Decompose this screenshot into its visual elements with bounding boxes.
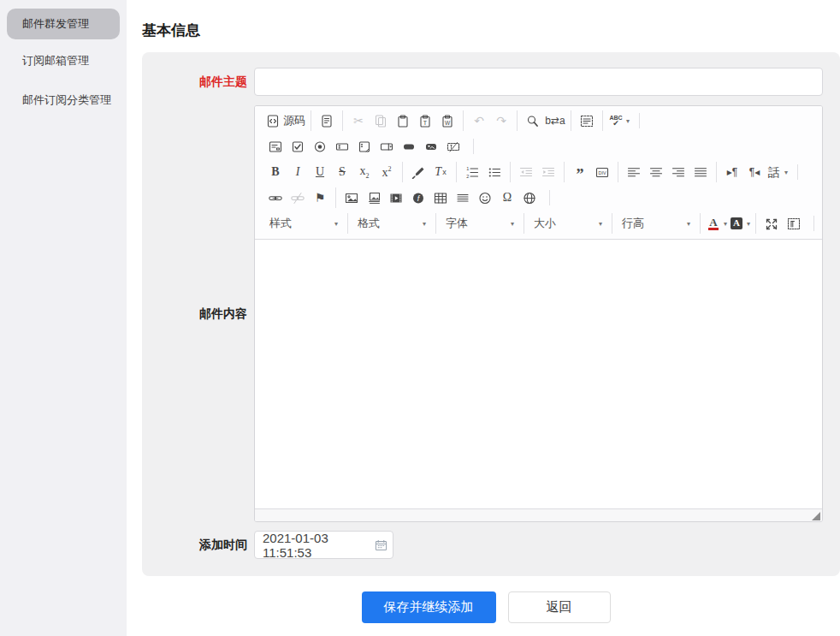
subject-input[interactable] [254, 68, 823, 96]
spellcheck-button[interactable]: ABC✔▾ [608, 110, 630, 131]
bulleted-list-icon [487, 165, 502, 179]
language-button[interactable]: 話▾ [766, 162, 788, 182]
strikethrough-button[interactable]: S [332, 162, 352, 182]
remove-format-button[interactable]: Tx [430, 162, 451, 182]
text-color-button[interactable]: A▾ [706, 213, 727, 234]
copy-formatting-button[interactable] [408, 162, 429, 182]
toolbar-group: fΩ [335, 187, 545, 208]
spellcheck-icon: ABC✔ [608, 114, 624, 128]
bold-button[interactable]: B [265, 162, 286, 182]
image-button-field-button[interactable] [421, 136, 441, 157]
text-color-icon: A [706, 217, 721, 230]
source-icon [265, 114, 281, 128]
content-row: 邮件内容 源码✂TW↶↷b⇄aABC✔▾BIUSx2x2Tx12”DIV▸¶¶◂… [142, 105, 830, 522]
styles-select[interactable]: 样式▾ [264, 213, 343, 234]
sidebar-item-subscribe-mailbox[interactable]: 订阅邮箱管理 [0, 41, 127, 80]
toolbar-group: ↶↷ [463, 110, 517, 131]
link-button[interactable] [265, 187, 286, 208]
checkbox-button[interactable] [287, 136, 308, 157]
image-gallery-button[interactable] [364, 187, 384, 208]
paste-button[interactable] [393, 110, 413, 131]
hidden-field-button[interactable] [443, 136, 464, 157]
bidi-ltr-icon: ▸¶ [725, 165, 740, 179]
blockquote-button[interactable]: ” [570, 162, 590, 182]
smiley-button[interactable] [475, 187, 495, 208]
superscript-button[interactable]: x2 [376, 162, 397, 182]
save-and-continue-button[interactable]: 保存并继续添加 [362, 591, 496, 623]
div-container-button[interactable]: DIV [592, 162, 612, 182]
align-justify-button[interactable] [690, 162, 711, 182]
size-select-label: 大小 [534, 216, 556, 231]
toolbar-group: 样式▾ [260, 213, 347, 234]
format-select[interactable]: 格式▾ [352, 213, 431, 234]
editor-statusbar [255, 508, 822, 521]
align-right-button[interactable] [668, 162, 689, 182]
indent-icon [541, 165, 556, 179]
numbered-list-button[interactable]: 12 [462, 162, 482, 182]
video-button[interactable] [386, 187, 406, 208]
size-select[interactable]: 大小▾ [529, 213, 607, 234]
add-time-input[interactable]: 2021-01-03 11:51:53 [254, 531, 393, 559]
link-icon [268, 191, 283, 205]
unlink-button [287, 187, 308, 208]
toolbar-group [755, 213, 809, 234]
back-button[interactable]: 返回 [508, 591, 611, 623]
text-field-button[interactable] [332, 136, 352, 157]
replace-button[interactable]: b⇄a [545, 110, 565, 131]
italic-button[interactable]: I [287, 162, 308, 182]
templates-button[interactable] [316, 110, 337, 131]
cut-button: ✂ [348, 110, 369, 131]
button-field-button[interactable] [399, 136, 419, 157]
source-button[interactable]: 源码 [265, 110, 305, 131]
svg-text:2: 2 [466, 174, 469, 179]
horizontal-rule-button[interactable] [453, 187, 473, 208]
anchor-icon: ⚑ [312, 191, 328, 205]
underline-button[interactable]: U [310, 162, 330, 182]
sidebar-item-subscribe-category[interactable]: 邮件订阅分类管理 [0, 80, 127, 120]
iframe-button[interactable] [519, 187, 540, 208]
form-button[interactable] [265, 136, 286, 157]
flash-icon: f [411, 191, 426, 205]
table-button[interactable] [430, 187, 451, 208]
chevron-down-icon: ▾ [626, 117, 630, 125]
redo-icon: ↷ [494, 114, 509, 128]
image-button[interactable] [341, 187, 362, 208]
copy-formatting-icon [411, 165, 426, 179]
flash-button[interactable]: f [408, 187, 429, 208]
undo-icon: ↶ [471, 114, 487, 128]
format-select-label: 格式 [358, 216, 380, 231]
bulleted-list-button[interactable] [484, 162, 505, 182]
image-button-field-icon [423, 140, 439, 153]
show-blocks-button[interactable] [784, 213, 804, 234]
bidi-ltr-button[interactable]: ▸¶ [722, 162, 742, 182]
find-button[interactable] [523, 110, 543, 131]
language-icon: 話 [766, 165, 782, 179]
chevron-down-icon: ▾ [511, 220, 514, 228]
maximize-button[interactable] [761, 213, 782, 234]
content-label: 邮件内容 [142, 306, 254, 322]
resize-grip-icon[interactable] [812, 512, 820, 520]
bg-color-button[interactable]: A▾ [729, 213, 750, 234]
calendar-icon[interactable] [375, 539, 387, 551]
font-select[interactable]: 字体▾ [441, 213, 519, 234]
select-all-button[interactable] [577, 110, 597, 131]
subscript-button[interactable]: x2 [354, 162, 375, 182]
anchor-button[interactable]: ⚑ [310, 187, 330, 208]
align-left-button[interactable] [624, 162, 644, 182]
radio-button[interactable] [310, 136, 330, 157]
align-center-button[interactable] [646, 162, 666, 182]
toolbar-row: BIUSx2x2Tx12”DIV▸¶¶◂話▾ [257, 159, 820, 185]
paste-text-button[interactable]: T [415, 110, 435, 131]
rich-text-editor: 源码✂TW↶↷b⇄aABC✔▾BIUSx2x2Tx12”DIV▸¶¶◂話▾⚑fΩ… [254, 105, 823, 522]
outdent-button [516, 162, 536, 182]
bidi-rtl-button[interactable]: ¶◂ [744, 162, 765, 182]
select-field-button[interactable] [376, 136, 397, 157]
line-height-select[interactable]: 行高▾ [617, 213, 695, 234]
sidebar-item-mail-bulk[interactable]: 邮件群发管理 [7, 9, 120, 39]
maximize-icon [764, 217, 779, 230]
strikethrough-icon: S [334, 165, 350, 179]
textarea-button[interactable] [354, 136, 375, 157]
paste-word-button[interactable]: W [437, 110, 458, 131]
editor-content[interactable] [255, 240, 822, 508]
special-char-button[interactable]: Ω [497, 187, 518, 208]
